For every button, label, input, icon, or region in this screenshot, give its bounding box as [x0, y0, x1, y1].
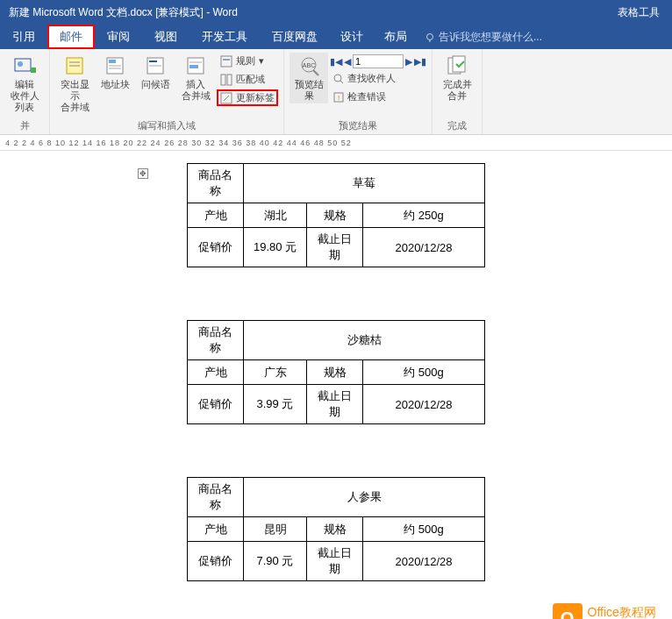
cell-value[interactable]: 草莓	[244, 164, 485, 203]
last-record-button[interactable]: ▶▮	[414, 56, 426, 68]
cell-value[interactable]: 7.90 元	[244, 542, 307, 581]
greeting-icon	[143, 54, 168, 77]
svg-rect-17	[189, 65, 198, 68]
address-block-label: 地址块	[101, 79, 130, 90]
update-labels-label: 更新标签	[236, 91, 275, 104]
cell-value[interactable]: 沙糖桔	[244, 321, 485, 360]
tab-baidu[interactable]: 百度网盘	[260, 25, 330, 49]
highlight-merge-button[interactable]: 突出显示 合并域	[55, 53, 94, 116]
search-icon	[333, 74, 344, 84]
greeting-line-button[interactable]: 问候语	[136, 53, 175, 92]
cell-value[interactable]: 2020/12/28	[363, 542, 485, 581]
cell-label[interactable]: 促销价	[188, 542, 244, 581]
check-errors-button[interactable]: ! 检查错误	[330, 89, 426, 105]
cell-value[interactable]: 广东	[244, 360, 307, 385]
cell-value[interactable]: 约 500g	[363, 360, 485, 385]
group-preview: ABC 预览结果 ▮◀ ◀ ▶ ▶▮ 查找收件人 ! 检查错误	[284, 49, 433, 134]
cell-label[interactable]: 促销价	[188, 385, 244, 424]
cell-value[interactable]: 湖北	[244, 203, 307, 228]
tab-layout[interactable]: 布局	[374, 25, 418, 49]
people-list-icon	[12, 54, 37, 77]
cell-label[interactable]: 截止日期	[307, 542, 363, 581]
preview-results-label: 预览结果	[291, 79, 326, 102]
svg-point-0	[427, 33, 433, 39]
insert-merge-field-button[interactable]: 插入 合并域	[176, 53, 215, 103]
cell-label[interactable]: 产地	[188, 360, 244, 385]
highlight-icon	[62, 54, 87, 77]
table-move-handle[interactable]: ✥	[138, 168, 148, 179]
rules-icon	[220, 55, 232, 68]
rules-button[interactable]: 规则 ▾	[217, 53, 278, 69]
group-preview-label: 预览结果	[339, 117, 377, 132]
data-table-3[interactable]: 商品名称人参果 产地昆明规格约 500g 促销价7.90 元截止日期2020/1…	[187, 477, 485, 581]
cell-value[interactable]: 2020/12/28	[363, 385, 485, 424]
tab-view[interactable]: 视图	[142, 25, 189, 49]
next-record-button[interactable]: ▶	[405, 56, 412, 68]
match-fields-icon	[220, 74, 232, 86]
svg-line-27	[340, 81, 343, 83]
cell-label[interactable]: 商品名称	[188, 321, 244, 360]
tab-developer[interactable]: 开发工具	[189, 25, 260, 49]
cell-label[interactable]: 截止日期	[307, 228, 363, 267]
horizontal-ruler[interactable]: 4 2 2 4 6 8 10 12 14 16 18 20 22 24 26 2…	[0, 135, 672, 151]
highlight-merge-label: 突出显示 合并域	[57, 79, 92, 114]
tab-references[interactable]: 引用	[0, 25, 47, 49]
group-write-insert: 突出显示 合并域 地址块 问候语 插入 合并域 规则 ▾	[50, 49, 284, 134]
preview-results-button[interactable]: ABC 预览结果	[290, 53, 328, 103]
rules-label: 规则	[236, 54, 255, 68]
check-errors-icon: !	[333, 92, 344, 103]
preview-icon: ABC	[297, 54, 321, 77]
first-record-button[interactable]: ▮◀	[330, 56, 342, 68]
cell-value[interactable]: 约 500g	[363, 517, 485, 542]
group-start-label: 并	[20, 117, 30, 132]
document-area[interactable]: ✥ 商品名称草莓 产地湖北规格约 250g 促销价19.80 元截止日期2020…	[0, 151, 672, 619]
cell-label[interactable]: 产地	[188, 517, 244, 542]
title-bar: 新建 Microsoft Word 文档.docx [兼容模式] - Word …	[0, 0, 672, 25]
cell-label[interactable]: 规格	[307, 203, 363, 228]
tell-me-text: 告诉我您想要做什么...	[439, 30, 542, 45]
data-table-1[interactable]: 商品名称草莓 产地湖北规格约 250g 促销价19.80 元截止日期2020/1…	[187, 163, 485, 267]
address-block-button[interactable]: 地址块	[96, 53, 134, 92]
window-title: 新建 Microsoft Word 文档.docx [兼容模式] - Word	[0, 5, 238, 20]
tell-me[interactable]: 告诉我您想要做什么...	[418, 25, 549, 49]
svg-text:!: !	[338, 94, 340, 102]
cell-label[interactable]: 产地	[188, 203, 244, 228]
finish-merge-button[interactable]: 完成并合并	[438, 53, 476, 103]
address-block-icon	[103, 54, 127, 77]
svg-rect-4	[31, 68, 36, 73]
cell-value[interactable]: 3.99 元	[244, 385, 307, 424]
prev-record-button[interactable]: ◀	[344, 56, 351, 68]
greeting-label: 问候语	[141, 79, 170, 90]
data-table-2[interactable]: 商品名称沙糖桔 产地广东规格约 500g 促销价3.99 元截止日期2020/1…	[187, 320, 485, 424]
tab-review[interactable]: 审阅	[95, 25, 142, 49]
finish-merge-label: 完成并合并	[440, 79, 475, 102]
cell-value[interactable]: 19.80 元	[244, 228, 307, 267]
match-fields-button[interactable]: 匹配域	[217, 71, 278, 88]
watermark: O Office教程网 www.office26.com	[553, 603, 665, 619]
find-recipient-button[interactable]: 查找收件人	[330, 70, 426, 87]
cell-value[interactable]: 约 250g	[363, 203, 485, 228]
group-start: 编辑 收件人列表 并	[0, 49, 50, 134]
cell-label[interactable]: 促销价	[188, 228, 244, 267]
cell-label[interactable]: 规格	[307, 517, 363, 542]
cell-label[interactable]: 商品名称	[188, 164, 244, 203]
lightbulb-icon	[425, 32, 435, 43]
tab-design[interactable]: 设计	[330, 25, 374, 49]
update-labels-button[interactable]: 更新标签	[217, 89, 278, 106]
svg-rect-18	[221, 56, 232, 67]
match-fields-label: 匹配域	[236, 73, 265, 86]
insert-merge-icon	[183, 54, 208, 77]
cell-value[interactable]: 昆明	[244, 517, 307, 542]
contextual-tab-label: 表格工具	[605, 0, 672, 25]
check-errors-label: 检查错误	[347, 90, 386, 103]
edit-recipients-button[interactable]: 编辑 收件人列表	[5, 53, 44, 116]
cell-value[interactable]: 人参果	[244, 478, 485, 517]
cell-label[interactable]: 规格	[307, 360, 363, 385]
watermark-logo-icon: O	[553, 603, 583, 619]
cell-value[interactable]: 2020/12/28	[363, 228, 485, 267]
cell-label[interactable]: 商品名称	[188, 478, 244, 517]
cell-label[interactable]: 截止日期	[307, 385, 363, 424]
group-write-label: 编写和插入域	[138, 117, 196, 132]
record-number-input[interactable]	[353, 54, 404, 68]
tab-mailings[interactable]: 邮件	[47, 25, 95, 49]
